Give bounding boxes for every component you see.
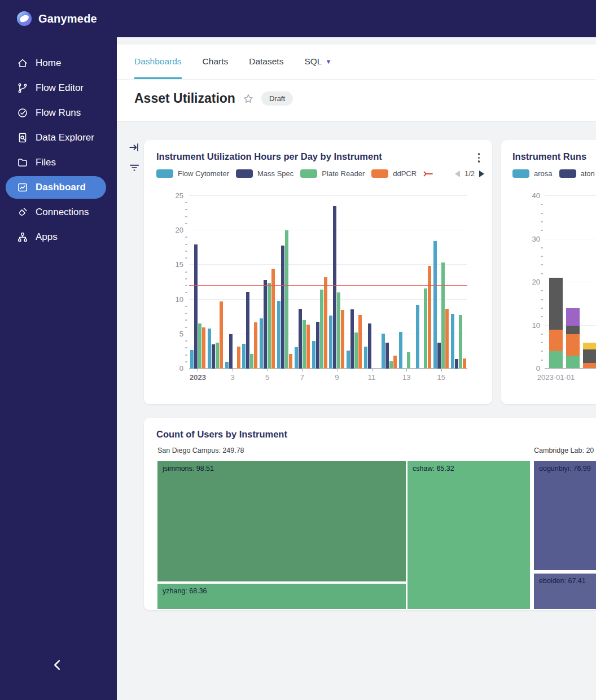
bar	[389, 361, 393, 369]
treemap-cell-ebolden[interactable]: ebolden: 67.41	[534, 574, 596, 609]
treemap-cell-label: oogunbiyi: 76.99	[539, 465, 591, 473]
card-menu-kebab-icon[interactable]	[476, 151, 483, 165]
bar	[393, 356, 397, 369]
sidebar-item-apps[interactable]: Apps	[6, 226, 106, 248]
tab-charts[interactable]: Charts	[203, 45, 229, 79]
treemap-cell-cshaw[interactable]: cshaw: 65.32	[407, 461, 530, 609]
bar	[445, 309, 449, 369]
y-axis-minor-tick	[541, 308, 543, 309]
y-axis-tick-label: 10	[520, 321, 540, 330]
bar	[364, 347, 367, 369]
chart-card-runs: Instrument Runs arosaaton 0102030402023-…	[501, 140, 596, 404]
apps-icon	[17, 231, 28, 243]
legend-next-page-icon[interactable]	[479, 170, 484, 177]
data-explorer-icon	[17, 132, 28, 143]
legend-prev-page-icon[interactable]	[455, 170, 460, 177]
bar	[358, 315, 362, 369]
bar	[285, 230, 288, 369]
page-title: Asset Utilization	[134, 91, 235, 106]
tab-sql[interactable]: SQL▼	[304, 45, 331, 79]
sidebar-collapse-button[interactable]	[50, 657, 65, 673]
bar	[303, 320, 306, 369]
bar	[320, 290, 323, 369]
x-axis-tick-label: 11	[363, 369, 380, 382]
bar	[399, 332, 402, 369]
sidebar-item-files[interactable]: Files	[6, 151, 106, 174]
y-axis-minor-tick	[185, 285, 187, 286]
y-axis-minor-tick	[541, 256, 543, 257]
tabs-row: DashboardsChartsDatasetsSQL▼	[117, 45, 596, 80]
sidebar-item-label: Data Explorer	[36, 132, 94, 143]
x-axis-tick-label	[276, 369, 293, 382]
treemap-cell-oogunbiyi[interactable]: oogunbiyi: 76.99	[534, 461, 596, 570]
sidebar-item-label: Files	[36, 157, 56, 168]
bar	[428, 266, 431, 369]
y-axis-minor-tick	[541, 247, 543, 248]
x-axis-tick-label	[380, 369, 398, 382]
chevron-left-icon	[50, 657, 65, 673]
sidebar-item-flow-editor[interactable]: Flow Editor	[6, 77, 106, 99]
bar	[437, 343, 441, 369]
tab-dashboards[interactable]: Dashboards	[134, 45, 182, 79]
y-axis-tick-label: 25	[162, 191, 183, 200]
legend-item[interactable]: ddPCR	[371, 169, 417, 178]
legend-label: Mass Spec	[257, 169, 293, 178]
x-axis-tick-label	[241, 369, 258, 382]
legend-label: aton	[581, 169, 595, 178]
legend-item[interactable]: Mass Spec	[236, 169, 293, 178]
y-axis-minor-tick	[541, 334, 543, 335]
bar-segment	[549, 278, 563, 330]
bar-group-day-12	[380, 334, 398, 369]
collapse-panel-icon[interactable]	[128, 141, 141, 154]
bar	[202, 327, 205, 369]
filter-icon[interactable]	[128, 161, 141, 173]
treemap-group-label: San Diego Campus: 249.78	[157, 447, 244, 454]
bar	[424, 288, 427, 369]
y-axis-tick-label: 30	[520, 235, 540, 243]
chart-card-utilization: Instrument Utilization Hours per Day by …	[144, 140, 492, 404]
treemap-cell-yzhang[interactable]: yzhang: 68.36	[157, 584, 406, 609]
bar	[306, 325, 310, 369]
y-axis-minor-tick	[185, 216, 187, 217]
bar	[216, 343, 219, 369]
y-axis-minor-tick	[541, 351, 543, 352]
bar	[433, 241, 437, 369]
tab-datasets[interactable]: Datasets	[249, 45, 283, 79]
legend-item[interactable]: arosa	[512, 169, 553, 178]
legend-item[interactable]: Plate Reader	[300, 169, 365, 178]
sidebar-item-dashboard[interactable]: Dashboard	[6, 176, 106, 199]
sidebar-item-label: Home	[36, 58, 61, 69]
y-axis-minor-tick	[185, 278, 187, 279]
sidebar-item-home[interactable]: Home	[6, 52, 106, 75]
bar-group-day-5	[258, 269, 276, 369]
sidebar-item-flow-runs[interactable]: Flow Runs	[6, 102, 106, 124]
chart-title: Instrument Utilization Hours per Day by …	[156, 151, 382, 162]
stacked-bar	[566, 308, 580, 369]
y-axis-minor-tick	[185, 340, 187, 342]
legend-label: Plate Reader	[322, 169, 365, 178]
bar	[441, 262, 445, 369]
chart-title: Instrument Runs	[512, 151, 586, 162]
sidebar-item-connections[interactable]: Connections	[6, 201, 106, 224]
legend-item[interactable]: aton	[559, 169, 595, 178]
bar	[271, 269, 275, 369]
stacked-bar	[549, 278, 563, 369]
connections-icon	[17, 207, 28, 218]
legend-item[interactable]: Flow Cytometer	[156, 169, 229, 178]
topbar: DashboardsChartsDatasetsSQL▼ Asset Utili…	[117, 45, 596, 122]
bar	[354, 333, 358, 369]
legend-swatch	[371, 169, 388, 178]
bar	[260, 318, 263, 369]
favorite-star-icon[interactable]	[243, 93, 254, 104]
legend-label: arosa	[534, 169, 553, 178]
files-icon	[17, 157, 28, 168]
sidebar-item-label: Flow Editor	[36, 82, 84, 94]
y-axis-minor-tick	[185, 257, 187, 259]
main-content: DashboardsChartsDatasetsSQL▼ Asset Utili…	[117, 37, 596, 700]
sidebar-item-data-explorer[interactable]: Data Explorer	[6, 126, 106, 149]
treemap-cell-jsimmons[interactable]: jsimmons: 98.51	[157, 461, 406, 581]
gridline	[545, 368, 596, 369]
bar	[295, 347, 298, 369]
bar	[368, 323, 371, 369]
y-axis-minor-tick	[541, 204, 543, 205]
